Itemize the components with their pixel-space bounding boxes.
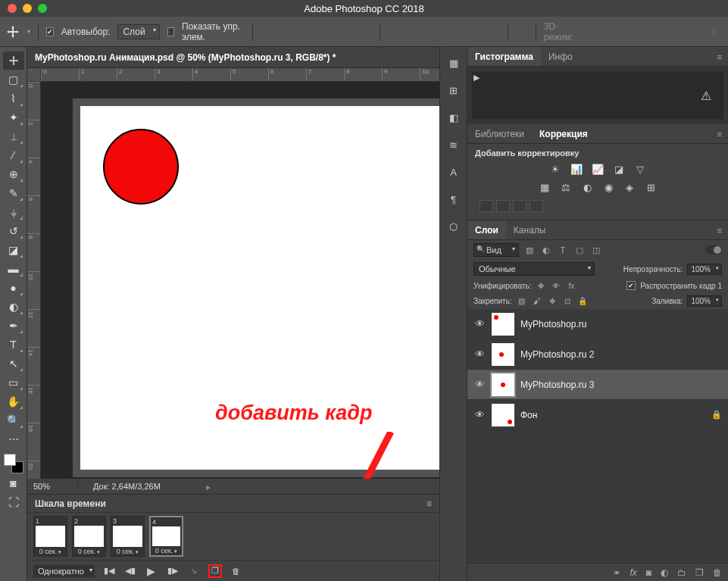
- blur-tool[interactable]: ●: [3, 279, 24, 297]
- exposure-icon[interactable]: ◪: [611, 162, 626, 176]
- libraries-tab[interactable]: Библиотеки: [467, 124, 532, 143]
- curves-icon[interactable]: 📈: [590, 162, 605, 176]
- layer-row[interactable]: 👁 Фон 🔒: [467, 400, 728, 430]
- new-layer-icon[interactable]: ❐: [695, 567, 704, 578]
- panel-menu-icon[interactable]: ≡: [717, 52, 728, 61]
- show-controls-checkbox[interactable]: [167, 27, 174, 36]
- 3d-panel-icon[interactable]: ⬡: [445, 218, 462, 235]
- loop-dropdown[interactable]: Однократно: [33, 565, 95, 577]
- filter-shape-icon[interactable]: ▢: [573, 244, 586, 256]
- gradient-tool[interactable]: ▬: [3, 260, 24, 278]
- preset-icon[interactable]: [530, 200, 543, 212]
- lock-transparent-icon[interactable]: ▨: [517, 296, 527, 307]
- distribute-hcenter-icon[interactable]: ⦀: [467, 23, 480, 40]
- 3d-roll-icon[interactable]: ◉: [605, 23, 617, 40]
- lock-image-icon[interactable]: 🖌: [532, 296, 542, 307]
- layer-thumbnail[interactable]: [492, 313, 514, 336]
- eyedropper-tool[interactable]: ⁄: [3, 146, 24, 164]
- fill-input[interactable]: 100%: [687, 295, 722, 307]
- auto-align-icon[interactable]: ▦: [516, 23, 528, 40]
- play-button[interactable]: ▶: [145, 564, 158, 578]
- zoom-level[interactable]: 50%: [27, 482, 77, 491]
- foreground-color-swatch[interactable]: [4, 454, 16, 466]
- shape-tool[interactable]: ▭: [3, 373, 24, 392]
- history-brush-tool[interactable]: ↺: [3, 222, 24, 240]
- edit-toolbar-button[interactable]: ⋯: [3, 430, 24, 448]
- color-swatches[interactable]: [4, 454, 23, 473]
- filter-smart-icon[interactable]: ◫: [590, 244, 602, 256]
- move-tool-icon[interactable]: [6, 23, 20, 41]
- layers-tab[interactable]: Слои: [467, 220, 506, 239]
- adjustment-layer-icon[interactable]: ◐: [661, 567, 668, 578]
- filter-pixel-icon[interactable]: ▨: [523, 244, 536, 256]
- unify-visibility-icon[interactable]: 👁: [551, 280, 561, 291]
- 3d-orbit-icon[interactable]: ⟳: [584, 23, 596, 40]
- delete-frame-button[interactable]: 🗑: [230, 564, 243, 578]
- frame-delay-dropdown[interactable]: 0 сек.: [73, 547, 105, 556]
- levels-icon[interactable]: 📊: [569, 162, 584, 176]
- layer-row[interactable]: 👁 MyPhotoshop.ru 3: [467, 370, 728, 400]
- horizontal-ruler[interactable]: 0123456789101112131415161718192021222324: [41, 68, 439, 82]
- hand-tool[interactable]: ✋: [3, 392, 24, 411]
- layer-mask-icon[interactable]: ◙: [646, 567, 651, 578]
- distribute-top-icon[interactable]: ≡: [388, 23, 400, 40]
- pen-tool[interactable]: ✒: [3, 317, 24, 335]
- dodge-tool[interactable]: ◐: [3, 298, 24, 316]
- corrections-tab[interactable]: Коррекция: [532, 124, 595, 143]
- distribute-left-icon[interactable]: ⦀: [448, 23, 460, 40]
- brightness-icon[interactable]: ☀: [548, 162, 563, 176]
- delete-layer-icon[interactable]: 🗑: [713, 567, 722, 578]
- preset-icon[interactable]: [480, 200, 493, 212]
- character-panel-icon[interactable]: A: [445, 164, 462, 180]
- document-tab[interactable]: MyPhotoshop.ru Анимация.psd @ 50% (MyPho…: [27, 52, 344, 63]
- frame-delay-dropdown[interactable]: 0 сек.: [34, 547, 67, 556]
- frame-delay-dropdown[interactable]: 0 сек.: [151, 546, 182, 555]
- timeline-frame[interactable]: 3 0 сек.: [111, 516, 145, 557]
- link-layers-icon[interactable]: ⚭: [613, 567, 620, 578]
- layer-row[interactable]: 👁 MyPhotoshop.ru: [467, 309, 728, 339]
- warning-icon[interactable]: ⚠: [701, 89, 711, 103]
- 3d-pan-icon[interactable]: ✥: [624, 23, 636, 40]
- document-info[interactable]: Док: 2,64M/3,26M: [77, 482, 226, 491]
- close-window-button[interactable]: [8, 4, 17, 13]
- ruler-origin[interactable]: [27, 68, 41, 82]
- align-bottom-icon[interactable]: ⎵: [300, 23, 312, 40]
- prev-frame-button[interactable]: ◀▮: [123, 564, 137, 578]
- lock-position-icon[interactable]: ✥: [547, 296, 558, 307]
- quick-select-tool[interactable]: ✦: [3, 108, 24, 127]
- layer-filter-dropdown[interactable]: Вид: [473, 243, 519, 257]
- unify-style-icon[interactable]: fx: [566, 280, 576, 291]
- timeline-menu-icon[interactable]: ≡: [426, 498, 432, 509]
- unify-position-icon[interactable]: ✥: [536, 280, 546, 291]
- share-icon[interactable]: ⇧: [705, 23, 722, 40]
- preset-icon[interactable]: [513, 200, 526, 212]
- eraser-tool[interactable]: ◪: [3, 241, 24, 259]
- search-icon[interactable]: ⬚: [684, 23, 701, 40]
- first-frame-button[interactable]: ▮◀: [102, 564, 116, 578]
- healing-tool[interactable]: ⊕: [3, 165, 24, 183]
- histogram-expand-icon[interactable]: ▶: [473, 73, 480, 83]
- type-tool[interactable]: T: [3, 336, 24, 354]
- photo-filter-icon[interactable]: ◉: [601, 180, 616, 194]
- bw-icon[interactable]: ◐: [580, 180, 595, 194]
- visibility-toggle[interactable]: 👁: [473, 379, 486, 390]
- layer-name[interactable]: MyPhotoshop.ru 2: [520, 349, 722, 360]
- group-icon[interactable]: 🗀: [677, 567, 686, 578]
- preset-icon[interactable]: [496, 200, 510, 212]
- adjustments-panel-icon[interactable]: ◧: [445, 109, 462, 126]
- 3d-zoom-icon[interactable]: ⤢: [664, 23, 676, 40]
- align-vcenter-icon[interactable]: ⌿: [280, 23, 292, 40]
- styles-panel-icon[interactable]: ≋: [445, 136, 462, 153]
- lookup-icon[interactable]: ⊞: [643, 180, 658, 194]
- crop-tool[interactable]: ⟂: [3, 127, 24, 145]
- brush-tool[interactable]: ✎: [3, 184, 24, 202]
- document-canvas[interactable]: добавить кадр: [73, 98, 439, 477]
- timeline-frame[interactable]: 2 0 сек.: [72, 516, 106, 557]
- auto-select-checkbox[interactable]: [46, 27, 54, 36]
- channel-mixer-icon[interactable]: ◈: [622, 180, 637, 194]
- quickmask-toggle[interactable]: ◙: [3, 474, 24, 492]
- visibility-toggle[interactable]: 👁: [473, 318, 486, 330]
- distribute-right-icon[interactable]: ⦀: [488, 23, 500, 40]
- lock-artboard-icon[interactable]: ⊡: [562, 296, 573, 307]
- distribute-bottom-icon[interactable]: ≡: [428, 23, 440, 40]
